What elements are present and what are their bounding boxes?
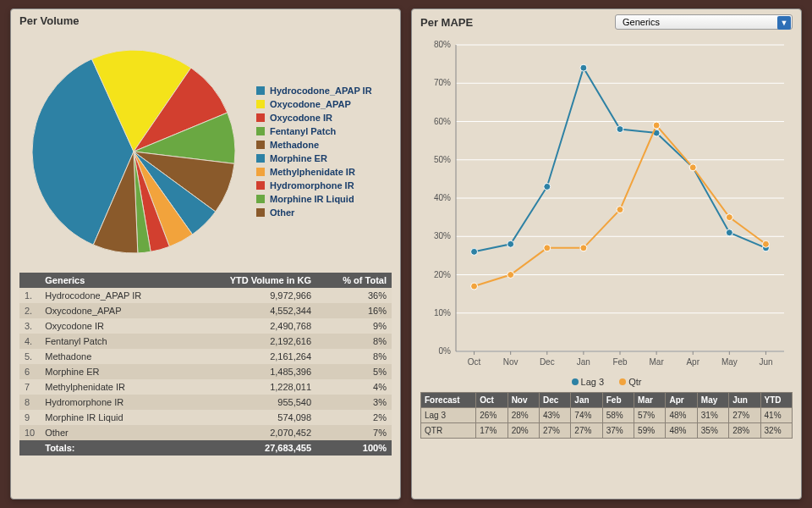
table-row[interactable]: 8Hydromorphone IR955,5403%: [19, 395, 392, 410]
line-point[interactable]: [544, 183, 551, 190]
line-point[interactable]: [726, 214, 732, 221]
legend-item[interactable]: Methylphenidate IR: [256, 165, 372, 179]
table-row[interactable]: 6Morphine ER1,485,3965%: [19, 364, 392, 379]
legend-swatch: [256, 154, 265, 163]
legend-label: Morphine IR Liquid: [270, 194, 354, 204]
legend-swatch: [256, 141, 265, 149]
table-row[interactable]: Lag 326%28%43%74%58%57%48%31%27%41%: [421, 408, 793, 423]
legend-swatch: [256, 195, 265, 203]
panel-title-mape: Per MAPE: [420, 16, 473, 29]
svg-text:40%: 40%: [434, 193, 451, 202]
legend-swatch: [256, 208, 265, 217]
legend-qtr: Qtr: [628, 377, 641, 387]
svg-text:Jun: Jun: [759, 357, 772, 367]
svg-text:May: May: [721, 357, 738, 367]
legend-label: Hydromorphone IR: [270, 180, 354, 190]
svg-text:80%: 80%: [434, 40, 451, 49]
svg-text:Feb: Feb: [612, 357, 628, 367]
svg-text:20%: 20%: [434, 270, 451, 279]
line-point[interactable]: [617, 207, 623, 213]
panel-per-volume: Per Volume Hydrocodone_APAP IROxycodone_…: [10, 8, 401, 500]
table-row[interactable]: 7Methylphenidate IR1,228,0114%: [19, 379, 392, 395]
legend-item[interactable]: Hydrocodone_APAP IR: [256, 84, 372, 97]
legend-label: Morphine ER: [270, 153, 327, 163]
fc-col: Jan: [571, 393, 602, 408]
legend-swatch: [256, 127, 265, 135]
mape-group-select[interactable]: Generics: [615, 14, 793, 30]
line-point[interactable]: [689, 164, 696, 171]
pie-legend: Hydrocodone_APAP IROxycodone_APAPOxycodo…: [256, 84, 372, 219]
fc-col: Forecast: [421, 393, 476, 408]
table-row[interactable]: QTR17%20%27%27%37%59%48%35%28%32%: [421, 423, 793, 439]
volume-table: Generics YTD Volume in KG % of Total 1.H…: [19, 273, 392, 456]
line-point[interactable]: [508, 272, 514, 279]
fc-col: Mar: [634, 393, 666, 408]
svg-text:Dec: Dec: [540, 357, 555, 367]
line-point[interactable]: [508, 240, 514, 247]
line-point[interactable]: [544, 245, 551, 251]
line-point[interactable]: [762, 240, 769, 247]
legend-item[interactable]: Oxycodone IR: [256, 111, 372, 124]
svg-text:Mar: Mar: [649, 357, 664, 367]
svg-text:Nov: Nov: [503, 357, 518, 367]
svg-text:Jan: Jan: [577, 357, 590, 367]
panel-per-mape: Per MAPE Generics ▼ 0%10%20%30%40%50%60%…: [411, 8, 802, 500]
svg-text:30%: 30%: [434, 231, 451, 240]
vol-col-ytd: YTD Volume in KG: [189, 273, 316, 288]
line-point[interactable]: [653, 122, 660, 129]
fc-col: Dec: [540, 393, 571, 408]
forecast-table: ForecastOctNovDecJanFebMarAprMayJunYTD L…: [420, 392, 793, 439]
legend-label: Hydrocodone_APAP IR: [270, 86, 372, 96]
mape-line-legend: Lag 3 Qtr: [420, 375, 793, 392]
line-point[interactable]: [580, 64, 587, 71]
svg-text:70%: 70%: [434, 78, 451, 87]
legend-swatch: [256, 113, 265, 122]
legend-item[interactable]: Morphine IR Liquid: [256, 192, 372, 206]
legend-lag3: Lag 3: [581, 377, 605, 387]
line-point[interactable]: [471, 283, 478, 290]
line-point[interactable]: [471, 248, 478, 255]
legend-item[interactable]: Hydromorphone IR: [256, 179, 372, 192]
legend-item[interactable]: Fentanyl Patch: [256, 124, 372, 138]
svg-text:Apr: Apr: [686, 357, 700, 367]
svg-text:60%: 60%: [434, 117, 451, 126]
svg-text:0%: 0%: [439, 346, 452, 356]
legend-item[interactable]: Oxycodone_APAP: [256, 97, 372, 111]
legend-swatch: [256, 100, 265, 108]
panel-title-volume: Per Volume: [19, 14, 80, 27]
svg-text:10%: 10%: [434, 308, 451, 318]
line-point[interactable]: [617, 126, 623, 133]
fc-col: YTD: [760, 393, 792, 408]
fc-col: Apr: [666, 393, 697, 408]
pie-chart: [19, 37, 248, 266]
legend-label: Oxycodone IR: [270, 113, 332, 123]
table-row[interactable]: 10Other2,070,4527%: [19, 425, 392, 440]
legend-label: Methadone: [270, 140, 319, 150]
svg-text:50%: 50%: [434, 155, 451, 164]
mape-line-chart: 0%10%20%30%40%50%60%70%80%OctNovDecJanFe…: [420, 36, 793, 375]
table-row[interactable]: 3.Oxycodone IR2,490,7689%: [19, 318, 392, 334]
legend-swatch: [256, 181, 265, 190]
vol-col-pct: % of Total: [316, 273, 392, 288]
line-point[interactable]: [580, 245, 587, 251]
table-row[interactable]: 1.Hydrocodone_APAP IR9,972,96636%: [19, 288, 392, 303]
vol-col-generics: Generics: [40, 273, 189, 288]
legend-label: Fentanyl Patch: [270, 126, 336, 136]
line-point[interactable]: [726, 229, 732, 236]
table-totals-row: Totals:27,683,455100%: [19, 440, 392, 456]
legend-swatch: [256, 168, 265, 176]
table-row[interactable]: 9Morphine IR Liquid574,0982%: [19, 410, 392, 425]
table-row[interactable]: 5.Methadone2,161,2648%: [19, 349, 392, 364]
fc-col: Oct: [476, 393, 508, 408]
legend-label: Other: [270, 207, 294, 218]
line-series: [475, 125, 766, 286]
legend-item[interactable]: Methadone: [256, 138, 372, 152]
table-row[interactable]: 4.Fentanyl Patch2,192,6168%: [19, 334, 392, 349]
svg-text:Oct: Oct: [468, 357, 481, 367]
legend-label: Methylphenidate IR: [270, 167, 355, 177]
table-row[interactable]: 2.Oxycodone_APAP4,552,34416%: [19, 303, 392, 318]
fc-col: Feb: [602, 393, 634, 408]
fc-col: Nov: [508, 393, 539, 408]
legend-item[interactable]: Other: [256, 206, 372, 219]
legend-item[interactable]: Morphine ER: [256, 152, 372, 165]
